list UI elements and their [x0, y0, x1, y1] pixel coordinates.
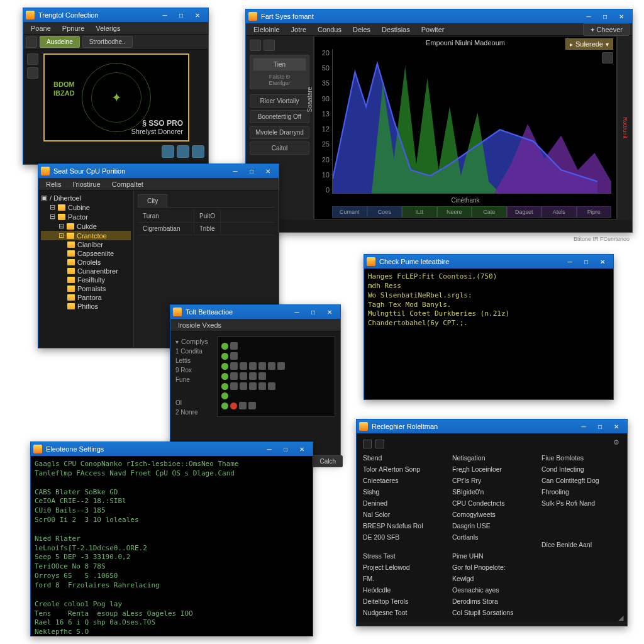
minimize-button[interactable]: ─ — [157, 9, 173, 21]
legend-item[interactable]: ILtt — [402, 206, 437, 218]
mini-icon[interactable] — [230, 352, 238, 360]
mini-icon[interactable] — [249, 362, 257, 370]
close-button[interactable]: ✕ — [260, 165, 276, 177]
mini-icon[interactable] — [268, 382, 275, 390]
tree-root[interactable]: ▣/ Dihertoel — [41, 193, 131, 203]
list-item[interactable]: Dice Benide Aanl — [541, 540, 621, 549]
sidebar-icon[interactable] — [27, 67, 38, 79]
menu-item[interactable]: Destisias — [377, 25, 415, 35]
legend-item[interactable]: Neere — [437, 206, 472, 218]
run-button[interactable]: Tien — [253, 58, 306, 71]
list-item[interactable]: Deiteltop Terols — [363, 597, 442, 606]
list-item[interactable]: CPU Condectncts — [452, 499, 531, 508]
list-item[interactable]: Stress Test — [363, 552, 442, 560]
mini-icon[interactable] — [249, 382, 257, 390]
tree-node[interactable]: ⊟Cubine — [41, 203, 131, 212]
tree-node[interactable]: ⊟Cukde — [41, 221, 131, 231]
close-button[interactable]: ✕ — [189, 9, 206, 21]
maximize-button[interactable]: □ — [277, 443, 294, 455]
toolbar-icon[interactable] — [375, 440, 384, 448]
tab-ausdeine[interactable]: Ausdeine — [40, 36, 80, 48]
record-icon[interactable] — [230, 402, 237, 409]
menu-item[interactable]: Compaltet — [107, 179, 148, 189]
list-item[interactable]: CPt'ls Rry — [452, 476, 531, 485]
list-item[interactable]: Sbend — [363, 453, 442, 462]
menu-item[interactable]: Deles — [348, 25, 375, 35]
legend-item[interactable]: Coes — [367, 206, 402, 218]
list-item[interactable]: FM. — [363, 574, 442, 583]
list-item[interactable]: Cond Intecting — [541, 465, 621, 474]
resize-grip-icon[interactable]: ◢ — [618, 614, 623, 622]
status-dot-icon[interactable] — [221, 363, 228, 370]
status-icon[interactable] — [177, 145, 189, 158]
titlebar[interactable]: Recleghier Roleltman ─ □ ✕ — [357, 419, 627, 433]
status-dot-icon[interactable] — [221, 383, 228, 390]
legend-item[interactable]: Atels — [541, 206, 577, 218]
list-item[interactable]: Denined — [363, 499, 442, 508]
list-item[interactable]: SBIgide0'n — [452, 487, 531, 496]
list-item[interactable]: Freдh Loceinloer — [452, 465, 531, 474]
list-item[interactable]: Cnieetaeres — [363, 476, 442, 485]
list-item[interactable]: Pime UHN — [452, 552, 531, 560]
status-dot-icon[interactable] — [221, 373, 228, 380]
tree-node[interactable]: Pomaists — [41, 284, 131, 293]
list-item[interactable]: Fiue Bomlotes — [541, 453, 621, 462]
mini-icon[interactable] — [240, 362, 247, 370]
status-dot-icon[interactable] — [221, 343, 228, 350]
maximize-button[interactable]: □ — [305, 306, 321, 318]
mini-icon[interactable] — [240, 382, 247, 390]
legend-item[interactable]: Pipre — [577, 206, 612, 218]
maximize-button[interactable]: □ — [243, 165, 260, 177]
status-icon[interactable] — [162, 145, 174, 158]
list-item[interactable]: Derodims Stora — [452, 597, 531, 606]
menu-ppnure[interactable]: Ppnure — [57, 23, 89, 33]
mini-icon[interactable] — [248, 402, 256, 409]
mini-icon[interactable] — [230, 382, 238, 390]
cheever-button[interactable]: ✦ Cheever — [583, 23, 630, 36]
list-item[interactable]: Comogylweets — [452, 510, 531, 519]
list-item[interactable]: Gor fol Pnopelote: — [452, 563, 531, 572]
status-icon[interactable] — [192, 145, 204, 158]
gear-icon[interactable]: ⚙ — [613, 438, 622, 447]
list-item[interactable]: Nal Solor — [363, 510, 442, 519]
list-item[interactable]: Fhrooling — [541, 487, 621, 496]
close-button[interactable]: ✕ — [294, 443, 310, 455]
minimize-button[interactable]: ─ — [227, 165, 243, 177]
close-button[interactable]: ✕ — [608, 421, 625, 432]
terminal-output[interactable]: Hanges FcLEP:Fit Coontosi,(750) mdh Ress… — [364, 269, 613, 399]
menu-velerigs[interactable]: Velerigs — [91, 23, 125, 33]
list-item[interactable]: Netisgation — [452, 453, 531, 462]
list-item[interactable]: Cortlanls — [452, 533, 531, 541]
tree-node[interactable]: Phifios — [41, 302, 131, 311]
status-dot-icon[interactable] — [221, 402, 228, 409]
tree-node[interactable]: Pantora — [41, 293, 131, 302]
menu-item[interactable]: Condus — [313, 25, 347, 35]
minimize-button[interactable]: ─ — [580, 11, 597, 22]
status-dot-icon[interactable] — [221, 353, 228, 360]
list-item[interactable]: Kewlgd — [452, 574, 531, 583]
calch-button[interactable]: Calch — [313, 455, 343, 467]
panel-button[interactable]: Mvotele Drarrynd — [250, 126, 309, 139]
mini-icon[interactable] — [268, 362, 275, 370]
list-item[interactable]: Dasgrin USE — [452, 521, 531, 530]
menu-item[interactable]: Relis — [41, 179, 66, 189]
mini-icon[interactable] — [230, 342, 238, 350]
mini-icon[interactable] — [258, 362, 266, 370]
mini-icon[interactable] — [230, 362, 238, 370]
mini-icon[interactable] — [230, 372, 238, 380]
sidebar-icon[interactable] — [27, 53, 38, 65]
panel-icon[interactable] — [250, 40, 261, 51]
list-item[interactable]: BRESP Nsdefus Rol — [363, 521, 442, 530]
list-item[interactable]: Nudgesne Toot — [363, 608, 442, 617]
mini-icon[interactable] — [240, 372, 247, 380]
tree-node[interactable]: Cunarentbrer — [41, 267, 131, 275]
panel-button[interactable]: Rioer Viortaliy — [250, 94, 309, 108]
legend-item[interactable]: Cate — [472, 206, 507, 218]
panel-button[interactable]: Caitol — [250, 142, 309, 155]
panel-button[interactable]: Boonetertiig Off — [250, 110, 309, 123]
close-button[interactable]: ✕ — [594, 256, 611, 267]
maximize-button[interactable]: □ — [597, 11, 613, 22]
toolbar-icon[interactable] — [363, 440, 372, 448]
menu-item[interactable]: Powiter — [416, 25, 450, 35]
list-item[interactable]: Col Stupil Sorsations — [452, 608, 531, 617]
